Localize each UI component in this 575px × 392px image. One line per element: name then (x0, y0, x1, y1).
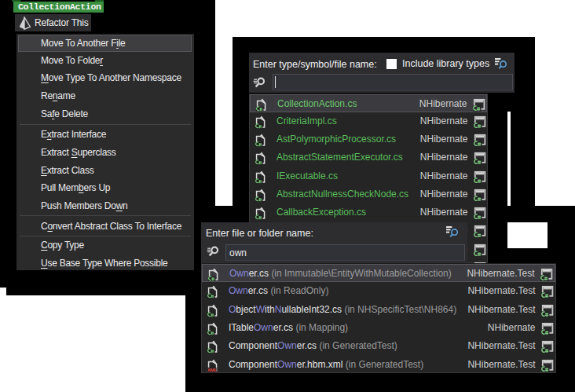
svg-text:XML: XML (207, 367, 218, 372)
